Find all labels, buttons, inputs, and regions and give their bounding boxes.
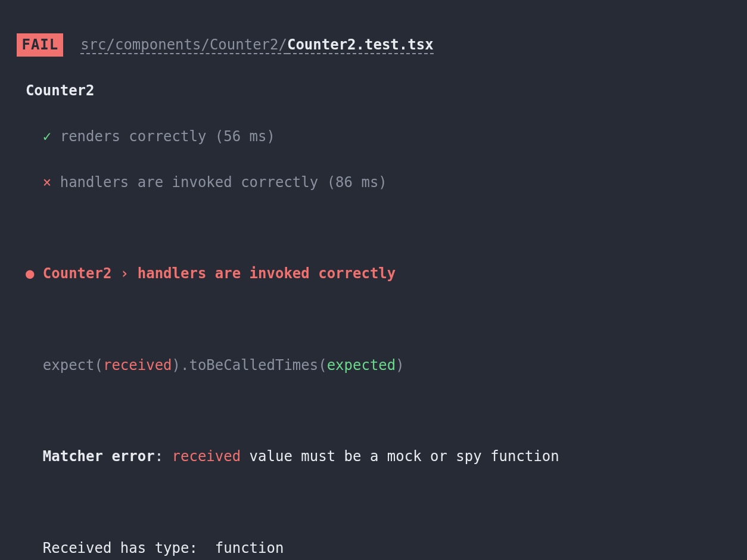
received-type-line: Received has type: function	[8, 537, 739, 559]
received-token: received	[103, 357, 172, 374]
failure-title: Counter2 › handlers are invoked correctl…	[43, 265, 396, 282]
test-name: renders correctly	[60, 128, 207, 145]
test-time: (56 ms)	[215, 128, 275, 145]
assertion-line: expect(received).toBeCalledTimes(expecte…	[8, 354, 739, 377]
bullet-icon: ●	[26, 265, 34, 282]
fail-icon: ×	[43, 174, 51, 191]
test-result-pass: ✓ renders correctly (56 ms)	[8, 125, 739, 148]
suite-name: Counter2	[8, 79, 739, 102]
fail-badge: FAIL	[17, 33, 63, 56]
terminal-output: FAIL src/components/Counter2/Counter2.te…	[0, 0, 747, 560]
test-path-dir: src/components/Counter2/	[80, 36, 287, 54]
test-path-file: Counter2.test.tsx	[287, 36, 434, 54]
test-time: (86 ms)	[327, 174, 387, 191]
expected-token: expected	[327, 357, 396, 374]
failure-title-line: ● Counter2 › handlers are invoked correc…	[8, 262, 739, 285]
fail-header-line: FAIL src/components/Counter2/Counter2.te…	[8, 33, 739, 56]
matcher-error-line: Matcher error: received value must be a …	[8, 445, 739, 468]
test-name: handlers are invoked correctly	[60, 174, 318, 191]
test-result-fail: × handlers are invoked correctly (86 ms)	[8, 171, 739, 194]
pass-icon: ✓	[43, 128, 51, 145]
